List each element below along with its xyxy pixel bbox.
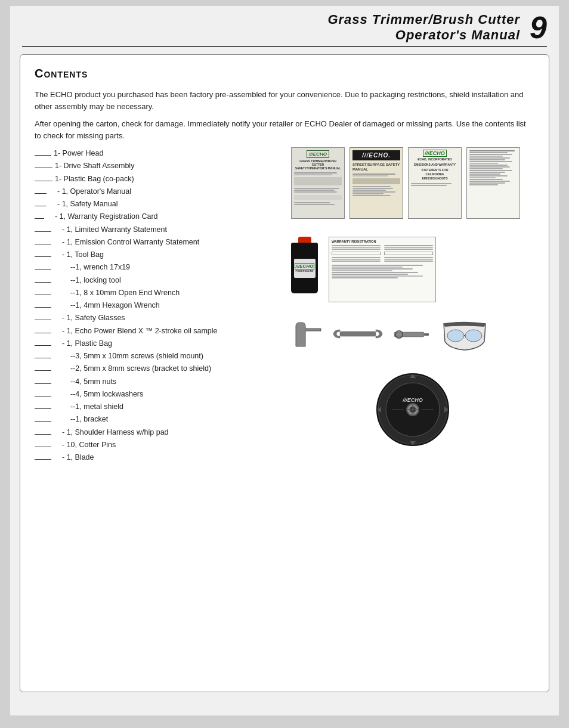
echo-manual-image: ///ECHO. STREET/SURFACE SAFETY MANUAL: [350, 147, 403, 219]
images-area: ///ECHO GRASS TRIMMER/BRUSH CUTTERSAFETY…: [291, 147, 534, 464]
hex-wrench-icon: [291, 318, 324, 351]
operators-manual-image: ///ECHO GRASS TRIMMER/BRUSH CUTTERSAFETY…: [291, 147, 345, 219]
list-item: --1, wrench 17x19: [35, 261, 285, 274]
check-box: [35, 185, 47, 194]
svg-rect-0: [340, 332, 376, 336]
svg-text:///ECHO: ///ECHO: [402, 397, 423, 403]
list-item: - 1, Tool Bag: [35, 249, 285, 261]
section-title: Contents: [35, 67, 534, 80]
header-title-block: Grass Trimmer/Brush Cutter Operator's Ma…: [327, 12, 547, 43]
intro-paragraph-2: After opening the carton, check for dama…: [35, 118, 534, 141]
check-box: [35, 236, 51, 244]
intro-paragraph-1: The ECHO product you purchased has been …: [35, 89, 534, 112]
list-item: - 1, Limited Warranty Statement: [35, 224, 285, 236]
check-box: [35, 337, 51, 346]
check-box: [35, 249, 51, 257]
main-content: Contents The ECHO product you purchased …: [20, 54, 549, 692]
list-item: --2, 5mm x 8mm screws (bracket to shield…: [35, 363, 285, 375]
svg-point-6: [465, 330, 482, 342]
check-box: [35, 451, 51, 460]
check-box: [35, 299, 51, 308]
list-item: --4, 5mm nuts: [35, 376, 285, 388]
check-box: [35, 198, 47, 206]
page-container: Grass Trimmer/Brush Cutter Operator's Ma…: [10, 6, 559, 715]
check-box: [35, 287, 51, 295]
page-number: 9: [530, 12, 547, 43]
check-box: [35, 350, 51, 358]
list-item: 1- Power Head: [35, 147, 285, 160]
check-box: [35, 261, 51, 269]
list-item: --1, bracket: [35, 413, 285, 426]
doc-subtitle-manual: GRASS TRIMMER/BRUSH CUTTERSAFETY/OPERATO…: [294, 159, 342, 170]
check-box: [35, 426, 51, 435]
header-title-text: Grass Trimmer/Brush Cutter Operator's Ma…: [327, 12, 520, 43]
check-box: [35, 376, 51, 384]
list-item: - 1, Operator's Manual: [35, 185, 285, 198]
list-item: - 10, Cotter Pins: [35, 439, 285, 451]
check-box: [35, 413, 51, 422]
list-item: - 1, Blade: [35, 451, 285, 464]
list-item: --4, 5mm lockwashers: [35, 388, 285, 401]
emission-warranty-image: ///ECHO ECHO, INCORPORATED EMISSIONS AND…: [408, 147, 462, 219]
check-box: [35, 173, 52, 181]
echo-logo: ///ECHO: [307, 150, 329, 158]
list-item: - 1, Shoulder Harness w/hip pad: [35, 426, 285, 439]
open-end-wrench-icon: [331, 324, 385, 345]
tools-row: [291, 318, 534, 351]
svg-rect-2: [424, 333, 429, 336]
check-box: [35, 312, 51, 320]
check-box: [35, 160, 52, 168]
svg-point-5: [447, 330, 464, 342]
check-box: [35, 439, 51, 447]
check-box: [35, 274, 51, 283]
check-box: [35, 363, 51, 371]
title-line2: Operator's Manual: [327, 27, 520, 43]
list-item: 1- Plastic Bag (co-pack): [35, 173, 285, 185]
check-box: [35, 388, 51, 396]
header-divider: [22, 46, 547, 47]
list-item: --1, metal shield: [35, 401, 285, 413]
svg-point-4: [397, 333, 401, 336]
list-item: --1, 4mm Hexagon Wrench: [35, 299, 285, 312]
oil-row: ///ECHO POWER BLEND WARRANTY REGISTRATIO…: [291, 237, 534, 302]
check-box: [35, 147, 51, 156]
locking-tool-icon: [392, 323, 431, 346]
list-item: 1- Drive Shaft Assembly: [35, 160, 285, 172]
contents-layout: 1- Power Head 1- Drive Shaft Assembly 1-…: [35, 147, 534, 464]
list-item: - 1, Emission Control Warranty Statement: [35, 236, 285, 249]
list-item: --1, locking tool: [35, 274, 285, 287]
list-item: - 1, Echo Power Blend X ™ 2-stroke oil s…: [35, 325, 285, 337]
items-list: 1- Power Head 1- Drive Shaft Assembly 1-…: [35, 147, 285, 464]
warranty-table-image: WARRANTY REGISTRATION: [329, 237, 436, 302]
list-item: --1, 8 x 10mm Open End Wrench: [35, 287, 285, 299]
list-item: --3, 5mm x 10mm screws (shield mount): [35, 350, 285, 363]
oil-bottle-container: ///ECHO POWER BLEND: [291, 237, 318, 293]
check-box: [35, 210, 44, 219]
blade-row: ///ECHO: [291, 371, 534, 448]
list-item: - 1, Safety Manual: [35, 198, 285, 210]
title-line1: Grass Trimmer/Brush Cutter: [327, 12, 520, 27]
list-item: - 1, Warranty Registration Card: [35, 210, 285, 223]
check-box: [35, 401, 51, 409]
list-item: - 1, Safety Glasses: [35, 312, 285, 324]
check-box: [35, 325, 51, 333]
documents-row: ///ECHO GRASS TRIMMER/BRUSH CUTTERSAFETY…: [291, 147, 534, 219]
warranty-card-image: [466, 147, 520, 219]
header-area: Grass Trimmer/Brush Cutter Operator's Ma…: [10, 6, 559, 46]
list-item: - 1, Plastic Bag: [35, 337, 285, 350]
check-box: [35, 224, 51, 232]
safety-glasses-icon: [438, 318, 491, 351]
blade-image: ///ECHO: [374, 371, 452, 448]
